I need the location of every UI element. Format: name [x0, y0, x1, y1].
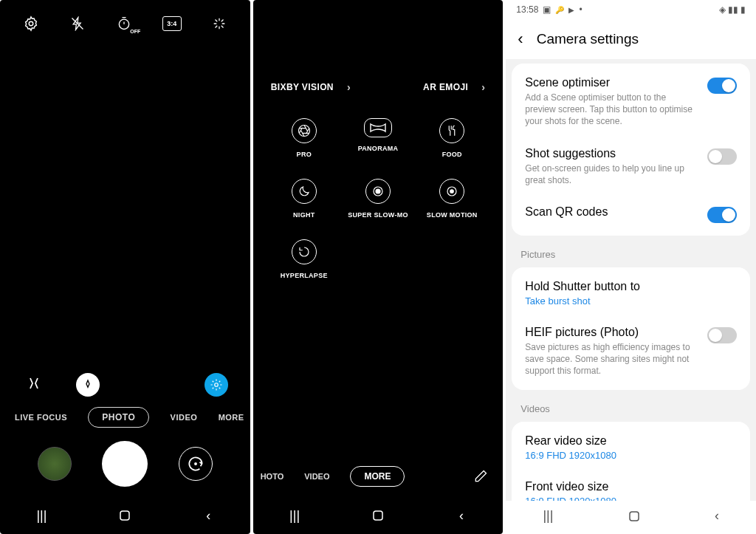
status-bar: 13:58 ▣ 🔑 ▶ • ◈ ▮▮ ▮	[506, 0, 756, 19]
aspect-ratio-icon[interactable]: 3:4	[162, 16, 182, 31]
ar-emoji-label: AR EMOJI	[423, 82, 468, 92]
settings-list[interactable]: Scene optimiserAdd a Scene optimiser but…	[506, 59, 756, 501]
settings-card: Scene optimiserAdd a Scene optimiser but…	[512, 64, 750, 236]
settings-row[interactable]: Shot suggestionsGet on-screen guides to …	[512, 137, 750, 196]
settings-row[interactable]: Hold Shutter button toTake burst shot	[512, 270, 750, 316]
timer-label: OFF	[130, 29, 140, 34]
shutter-button[interactable]	[102, 441, 148, 487]
wifi-icon: ◈	[719, 4, 726, 15]
back-icon[interactable]: ‹	[715, 508, 719, 524]
mode-live-focus[interactable]: LIVE FOCUS	[15, 413, 67, 422]
hyperlapse-icon	[292, 239, 317, 264]
bottom-mode-strip: HOTO VIDEO MORE	[253, 466, 504, 487]
mode-label: SUPER SLOW-MO	[348, 211, 408, 219]
home-icon[interactable]	[370, 507, 386, 524]
svg-point-7	[376, 189, 380, 194]
recents-icon[interactable]: |||	[286, 507, 303, 524]
flash-off-icon[interactable]	[69, 15, 86, 32]
setting-description: Save pictures as high efficiency images …	[525, 341, 697, 377]
setting-title: Rear video size	[525, 434, 737, 448]
mode-slow-motion[interactable]: SLOW MOTION	[419, 179, 485, 219]
mode-video[interactable]: VIDEO	[171, 413, 198, 422]
home-icon[interactable]	[628, 510, 641, 523]
mode-photo[interactable]: PHOTO	[88, 407, 149, 428]
slowmo-icon	[439, 179, 464, 204]
mode-more[interactable]: MORE	[350, 466, 405, 487]
setting-title: Scene optimiser	[525, 76, 697, 89]
settings-row[interactable]: Scan QR codes	[512, 196, 750, 233]
settings-row[interactable]: Scene optimiserAdd a Scene optimiser but…	[512, 66, 750, 137]
camera-settings-screen: 13:58 ▣ 🔑 ▶ • ◈ ▮▮ ▮ ‹ Camera settings S…	[506, 0, 756, 534]
mode-panorama[interactable]: PANORAMA	[345, 118, 411, 158]
mode-more[interactable]: MORE	[219, 413, 244, 422]
flip-camera-button[interactable]	[179, 447, 213, 481]
scene-optimiser-icon[interactable]	[205, 373, 228, 397]
beauty-filter-icon[interactable]	[22, 373, 46, 397]
settings-row[interactable]: Front video size16:9 FHD 1920x1080	[512, 470, 750, 502]
settings-card: Rear video size16:9 FHD 1920x1080Front v…	[512, 422, 750, 502]
mode-label: SLOW MOTION	[427, 211, 478, 219]
mode-label: HYPERLAPSE	[281, 272, 328, 279]
aperture-icon	[292, 118, 317, 143]
superslow-icon	[365, 179, 391, 204]
setting-value: Take burst shot	[525, 295, 737, 307]
toggle-switch[interactable]	[707, 148, 737, 165]
section-header: Pictures	[506, 240, 756, 263]
mode-night[interactable]: NIGHT	[271, 179, 337, 219]
mode-super-slow-mo[interactable]: SUPER SLOW-MO	[345, 179, 411, 219]
mode-video[interactable]: VIDEO	[304, 472, 329, 481]
settings-row[interactable]: HEIF pictures (Photo)Save pictures as hi…	[512, 316, 750, 387]
camera-controls	[0, 441, 250, 500]
mode-label: PANORAMA	[358, 145, 399, 152]
filter-row	[0, 373, 250, 397]
svg-point-3	[214, 383, 218, 387]
setting-value: 16:9 FHD 1920x1080	[525, 450, 737, 461]
food-icon	[439, 118, 464, 143]
back-icon[interactable]: ‹	[453, 507, 470, 524]
chevron-right-icon: ›	[481, 81, 485, 93]
toggle-switch[interactable]	[707, 78, 737, 94]
mode-label: PRO	[297, 151, 312, 158]
recents-icon[interactable]: |||	[543, 508, 553, 524]
android-nav: ||| ‹	[253, 500, 504, 534]
settings-icon[interactable]	[22, 15, 40, 32]
recents-icon[interactable]: |||	[33, 507, 49, 524]
android-nav: ||| ‹	[506, 501, 756, 534]
mode-photo-edge[interactable]: HOTO	[261, 472, 284, 481]
gallery-thumbnail[interactable]	[38, 447, 72, 481]
camera-view-screen: OFF 3:4 LIVE FOCUS PHOTO VIDEO MORE ||| …	[0, 0, 250, 534]
mode-food[interactable]: FOOD	[419, 118, 485, 158]
bixby-vision-link[interactable]: BIXBY VISION›	[271, 81, 351, 93]
mode-hyperlapse[interactable]: HYPERLAPSE	[271, 239, 337, 279]
status-time: 13:58	[516, 4, 538, 15]
setting-description: Get on-screen guides to help you line up…	[525, 162, 697, 186]
more-modes-screen: BIXBY VISION› AR EMOJI› PRO PANORAMA FOO…	[253, 0, 504, 534]
svg-rect-11	[374, 511, 382, 520]
panorama-icon	[364, 118, 392, 137]
setting-title: Shot suggestions	[525, 147, 697, 160]
ar-emoji-link[interactable]: AR EMOJI›	[423, 81, 485, 93]
setting-description: Add a Scene optimiser button to the prev…	[525, 92, 697, 128]
filter-normal-icon[interactable]	[76, 373, 100, 397]
effects-icon[interactable]	[210, 15, 228, 32]
settings-row[interactable]: Rear video size16:9 FHD 1920x1080	[512, 425, 750, 470]
viewfinder[interactable]	[0, 47, 250, 373]
back-icon[interactable]: ‹	[200, 507, 216, 524]
status-key-icon: 🔑	[555, 6, 564, 14]
back-button[interactable]: ‹	[518, 30, 523, 49]
home-icon[interactable]	[117, 507, 133, 524]
setting-title: Hold Shutter button to	[525, 280, 737, 293]
mode-strip[interactable]: LIVE FOCUS PHOTO VIDEO MORE	[0, 407, 250, 428]
setting-title: HEIF pictures (Photo)	[525, 326, 697, 339]
toggle-switch[interactable]	[707, 207, 737, 223]
timer-icon[interactable]: OFF	[115, 15, 133, 32]
moon-icon	[292, 179, 317, 204]
edit-modes-icon[interactable]	[473, 469, 488, 484]
svg-point-10	[450, 190, 454, 194]
svg-rect-5	[120, 511, 129, 520]
status-video-icon: ▶	[568, 6, 574, 14]
toggle-switch[interactable]	[707, 327, 737, 343]
mode-pro[interactable]: PRO	[271, 118, 337, 158]
mode-label: NIGHT	[293, 211, 315, 219]
svg-point-4	[195, 463, 196, 465]
